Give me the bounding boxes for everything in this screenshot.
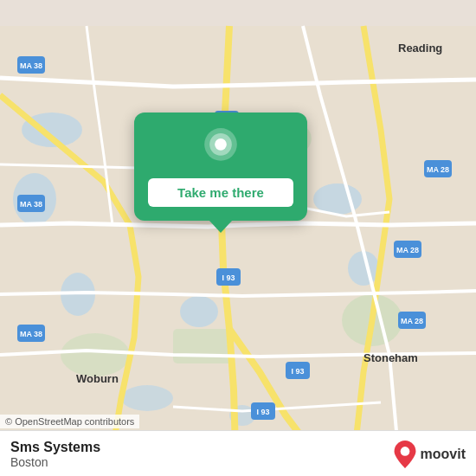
svg-point-7 bbox=[121, 385, 173, 411]
svg-rect-0 bbox=[0, 26, 476, 450]
location-city: Boston bbox=[10, 455, 100, 469]
moovit-text: moovit bbox=[421, 447, 466, 462]
take-me-there-button[interactable]: Take me there bbox=[148, 178, 293, 207]
location-info: Sms Systems Boston bbox=[10, 440, 100, 469]
svg-text:MA 38: MA 38 bbox=[20, 330, 42, 338]
map-background: MA 38 MA 38 MA 38 I 93 I 93 I 93 I 93 MA… bbox=[0, 0, 476, 476]
svg-rect-12 bbox=[173, 329, 234, 363]
svg-text:I 93: I 93 bbox=[291, 367, 304, 376]
svg-text:MA 28: MA 28 bbox=[427, 165, 449, 174]
svg-point-11 bbox=[61, 333, 130, 376]
svg-text:MA 38: MA 38 bbox=[20, 200, 42, 209]
svg-text:Stoneham: Stoneham bbox=[363, 351, 418, 364]
bottom-bar: Sms Systems Boston moovit bbox=[0, 430, 476, 476]
svg-text:MA 28: MA 28 bbox=[401, 317, 423, 325]
svg-text:MA 28: MA 28 bbox=[396, 246, 419, 254]
svg-point-38 bbox=[215, 138, 227, 151]
svg-point-39 bbox=[400, 447, 409, 456]
location-pin-icon bbox=[200, 128, 241, 170]
svg-text:I 93: I 93 bbox=[256, 408, 269, 416]
location-name: Sms Systems bbox=[10, 440, 100, 455]
svg-text:I 93: I 93 bbox=[222, 273, 235, 282]
svg-text:Woburn: Woburn bbox=[76, 372, 119, 385]
map-container: MA 38 MA 38 MA 38 I 93 I 93 I 93 I 93 MA… bbox=[0, 0, 476, 476]
popup-card: Take me there bbox=[134, 113, 307, 221]
moovit-logo: moovit bbox=[393, 441, 466, 468]
svg-text:Reading: Reading bbox=[398, 42, 442, 55]
svg-point-4 bbox=[180, 296, 218, 327]
svg-text:MA 38: MA 38 bbox=[20, 61, 42, 70]
moovit-pin-icon bbox=[393, 441, 417, 468]
osm-attribution: © OpenStreetMap contributors bbox=[0, 415, 139, 428]
